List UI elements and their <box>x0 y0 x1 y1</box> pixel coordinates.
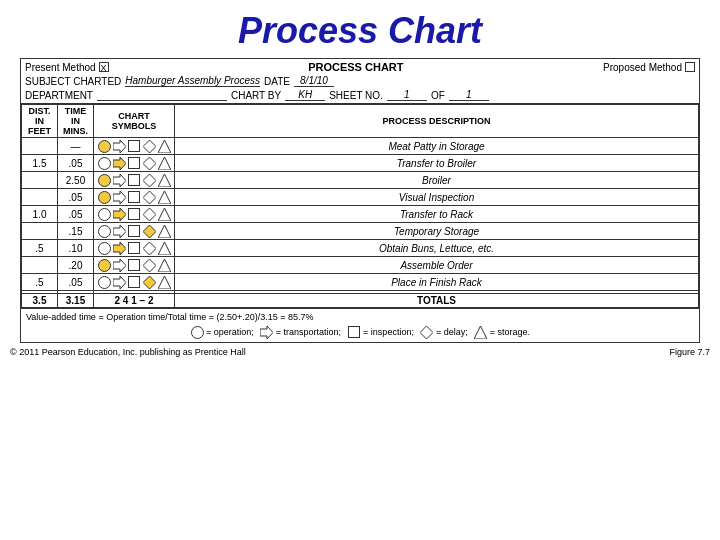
col-header-desc: PROCESS DESCRIPTION <box>175 105 699 138</box>
svg-marker-9 <box>113 191 126 204</box>
table-row: 1.5.05Transfer to Broiler <box>22 155 699 172</box>
cell-symbols <box>94 274 175 291</box>
svg-marker-5 <box>158 157 171 170</box>
cell-desc: Obtain Buns, Lettuce, etc. <box>175 240 699 257</box>
cell-symbols <box>94 206 175 223</box>
cell-time: .05 <box>58 206 94 223</box>
table-row: .5.10Obtain Buns, Lettuce, etc. <box>22 240 699 257</box>
cell-symbols <box>94 172 175 189</box>
svg-marker-4 <box>143 157 156 170</box>
legend-label: = transportation; <box>276 327 341 337</box>
cell-time: .05 <box>58 155 94 172</box>
of-label: OF <box>431 90 445 101</box>
cell-time: .10 <box>58 240 94 257</box>
svg-marker-26 <box>158 276 171 289</box>
cell-dist <box>22 172 58 189</box>
subject-charted-value: Hamburger Assembly Process <box>125 75 260 87</box>
cell-dist: 1.5 <box>22 155 58 172</box>
legend-label: = operation; <box>206 327 254 337</box>
svg-marker-22 <box>143 259 156 272</box>
svg-marker-11 <box>158 191 171 204</box>
totals-row: 3.53.152 4 1 – 2TOTALS <box>22 294 699 308</box>
cell-dist <box>22 223 58 240</box>
table-row: —Meat Patty in Storage <box>22 138 699 155</box>
of-value: 1 <box>449 89 489 101</box>
header-row3: DEPARTMENT CHART BY KH SHEET NO. 1 OF 1 <box>25 89 695 101</box>
cell-dist <box>22 138 58 155</box>
svg-marker-1 <box>143 140 156 153</box>
svg-marker-24 <box>113 276 126 289</box>
cell-desc: Transfer to Rack <box>175 206 699 223</box>
table-row: .05Visual Inspection <box>22 189 699 206</box>
header-row1: Present Method PROCESS CHART Proposed Me… <box>25 61 695 73</box>
svg-marker-14 <box>158 208 171 221</box>
header-section: Present Method PROCESS CHART Proposed Me… <box>21 59 699 104</box>
legend-item: = operation; <box>190 325 254 339</box>
page-footer: © 2011 Pearson Education, Inc. publishin… <box>0 343 720 359</box>
totals-time: 3.15 <box>58 294 94 308</box>
header-row2: SUBJECT CHARTED Hamburger Assembly Proce… <box>25 75 695 87</box>
table-row: 1.0.05Transfer to Rack <box>22 206 699 223</box>
copyright: © 2011 Pearson Education, Inc. publishin… <box>10 347 246 357</box>
department-value <box>97 89 227 101</box>
legend-label: = storage. <box>490 327 530 337</box>
chart-container: Present Method PROCESS CHART Proposed Me… <box>20 58 700 343</box>
cell-dist: .5 <box>22 240 58 257</box>
cell-dist: .5 <box>22 274 58 291</box>
cell-desc: Transfer to Broiler <box>175 155 699 172</box>
present-method-checkbox <box>99 62 109 72</box>
cell-symbols <box>94 138 175 155</box>
svg-marker-27 <box>260 326 273 339</box>
present-method: Present Method <box>25 62 109 73</box>
svg-marker-19 <box>143 242 156 255</box>
cell-symbols <box>94 223 175 240</box>
svg-marker-8 <box>158 174 171 187</box>
table-row: .5.05Place in Finish Rack <box>22 274 699 291</box>
legend-item: = delay; <box>420 325 468 339</box>
svg-marker-10 <box>143 191 156 204</box>
cell-desc: Temporary Storage <box>175 223 699 240</box>
value-added-text: Value-added time = Operation time/Total … <box>26 312 694 322</box>
svg-marker-23 <box>158 259 171 272</box>
cell-desc: Broiler <box>175 172 699 189</box>
proposed-method: Proposed Method <box>603 62 695 73</box>
cell-symbols <box>94 257 175 274</box>
col-header-time: TIMEINMINS. <box>58 105 94 138</box>
svg-marker-20 <box>158 242 171 255</box>
table-row: .15Temporary Storage <box>22 223 699 240</box>
cell-symbols <box>94 240 175 257</box>
svg-marker-12 <box>113 208 126 221</box>
cell-desc: Visual Inspection <box>175 189 699 206</box>
cell-time: 2.50 <box>58 172 94 189</box>
cell-dist: 1.0 <box>22 206 58 223</box>
cell-dist <box>22 257 58 274</box>
legend-item: = storage. <box>474 325 530 339</box>
sheet-no-label: SHEET NO. <box>329 90 383 101</box>
footer-section: Value-added time = Operation time/Total … <box>21 308 699 342</box>
svg-marker-13 <box>143 208 156 221</box>
page-title: Process Chart <box>0 0 720 58</box>
legend-item: = transportation; <box>260 325 341 339</box>
cell-time: .20 <box>58 257 94 274</box>
chart-by-value: KH <box>285 89 325 101</box>
subject-charted-label: SUBJECT CHARTED <box>25 76 121 87</box>
svg-marker-7 <box>143 174 156 187</box>
totals-symbols-count: 2 4 1 – 2 <box>94 294 175 308</box>
cell-time: — <box>58 138 94 155</box>
proposed-method-label: Proposed Method <box>603 62 682 73</box>
proposed-method-checkbox <box>685 62 695 72</box>
legend-label: = inspection; <box>363 327 414 337</box>
cell-desc: Meat Patty in Storage <box>175 138 699 155</box>
process-chart-title: PROCESS CHART <box>113 61 599 73</box>
cell-time: .05 <box>58 274 94 291</box>
table-row: 2.50Broiler <box>22 172 699 189</box>
svg-marker-21 <box>113 259 126 272</box>
svg-marker-25 <box>143 276 156 289</box>
totals-dist: 3.5 <box>22 294 58 308</box>
department-label: DEPARTMENT <box>25 90 93 101</box>
svg-marker-17 <box>158 225 171 238</box>
cell-time: .05 <box>58 189 94 206</box>
col-header-dist: DIST.INFEET <box>22 105 58 138</box>
footer-legend: = operation;= transportation;= inspectio… <box>26 325 694 339</box>
svg-marker-29 <box>474 326 487 339</box>
